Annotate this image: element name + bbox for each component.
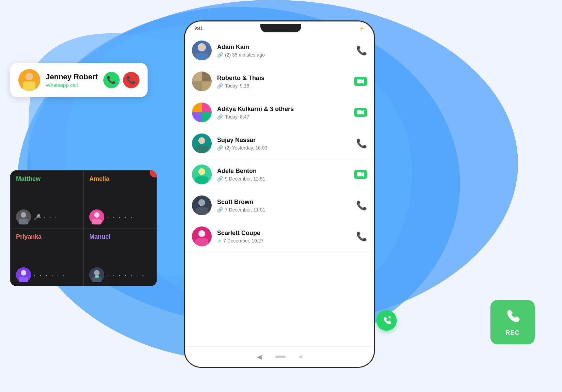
svg-rect-11 [92, 219, 102, 224]
participant-name-manuel: Manuel [89, 233, 151, 240]
svg-marker-27 [362, 110, 364, 115]
call-info-aditya: Aditya Kulkarni & 3 others 🔗 Today, 8:47 [217, 106, 349, 120]
action-adam-kain[interactable]: 📞 [356, 45, 367, 56]
call-item-scarlett[interactable]: Scarlett Coupe ↗ 7 December, 10:27 📞 [185, 221, 374, 252]
rec-badge: REC [490, 300, 535, 344]
avatar-scott [192, 195, 212, 215]
avatar-adele [192, 164, 212, 184]
group-call-panel: Matthew 🎤̶ · · · Amelia [10, 170, 157, 286]
audio-dots-priyanka: · · · · · · [34, 271, 66, 279]
link-icon-2: 🔗 [217, 83, 223, 89]
status-time: 9:41 [195, 26, 202, 31]
participant-thumb-priyanka [16, 267, 31, 282]
svg-rect-4 [23, 81, 35, 91]
participant-thumb-matthew [16, 209, 31, 224]
caller-avatar [18, 69, 40, 91]
caller-avatar-image [18, 69, 40, 91]
name-scott: Scott Brown [217, 199, 351, 206]
call-item-roberto-thais[interactable]: Roberto & Thais 🔗 Today, 9:16 [185, 66, 374, 97]
call-info-scarlett: Scarlett Coupe ↗ 7 December, 10:27 [217, 230, 351, 244]
link-icon: 🔗 [217, 52, 223, 58]
avatar-scarlett [192, 226, 212, 246]
svg-point-32 [198, 168, 205, 175]
action-adele[interactable] [354, 170, 367, 179]
home-indicator[interactable] [275, 356, 286, 358]
call-info-sujay: Sujay Nassar 🔗 (2) Yesterday, 16:03 [217, 137, 351, 151]
name-roberto-thais: Roberto & Thais [217, 75, 349, 82]
group-cell-priyanka: Priyanka · · · · · · [10, 228, 83, 286]
svg-point-5 [27, 74, 32, 79]
call-type: Whatsapp call [46, 82, 98, 88]
call-item-sujay[interactable]: Sujay Nassar 🔗 (2) Yesterday, 16:03 📞 [185, 128, 374, 159]
svg-rect-8 [19, 219, 28, 224]
add-call-fab[interactable] [376, 310, 397, 331]
meta-adele: 🔗 9 December, 12:51 [217, 176, 349, 182]
call-info-adele: Adele Benton 🔗 9 December, 12:51 [217, 168, 349, 182]
meta-roberto-thais: 🔗 Today, 9:16 [217, 83, 349, 89]
status-battery: ⚡ [359, 26, 364, 31]
call-item-aditya[interactable]: Aditya Kulkarni & 3 others 🔗 Today, 8:47 [185, 97, 374, 128]
group-cell-matthew: Matthew 🎤̶ · · · [10, 170, 83, 228]
name-adele: Adele Benton [217, 168, 349, 175]
link-icon-5: 🔗 [217, 176, 223, 182]
svg-rect-34 [357, 172, 362, 176]
svg-marker-35 [362, 172, 364, 177]
svg-point-22 [199, 44, 205, 50]
name-adam-kain: Adam Kain [217, 44, 351, 51]
participant-thumb-amelia [89, 209, 104, 224]
accept-call-button[interactable]: 📞 [103, 72, 120, 88]
audio-dots-matthew: · · · [43, 213, 58, 221]
caller-name: Jenney Robert [46, 73, 98, 81]
phone-bottom-nav: ◀ [185, 346, 374, 367]
call-item-scott[interactable]: Scott Brown 🔗 7 December, 11:01 📞 [185, 190, 374, 221]
call-item-adele[interactable]: Adele Benton 🔗 9 December, 12:51 [185, 159, 374, 190]
svg-point-37 [198, 199, 205, 206]
action-scarlett[interactable]: 📞 [356, 231, 367, 242]
action-scott[interactable]: 📞 [356, 200, 367, 211]
call-info: Jenney Robert Whatsapp call [46, 73, 98, 88]
svg-rect-14 [19, 277, 28, 282]
call-item-adam-kain[interactable]: Adam Kain 🔗 (2) 35 minutes ago 📞 [185, 35, 374, 66]
decline-call-button[interactable]: 📞 [123, 72, 139, 88]
meta-text-roberto-thais: Today, 9:16 [225, 83, 249, 89]
rec-badge-content: REC [504, 308, 521, 336]
outgoing-arrow: ↗ [217, 238, 221, 244]
meta-adam-kain: 🔗 (2) 35 minutes ago [217, 52, 351, 58]
call-info-scott: Scott Brown 🔗 7 December, 11:01 [217, 199, 351, 213]
action-sujay[interactable]: 📞 [356, 138, 367, 149]
svg-point-13 [21, 270, 26, 276]
avatar-sujay [192, 134, 212, 153]
link-icon-6: 🔗 [217, 207, 223, 213]
action-roberto-thais[interactable] [354, 77, 367, 86]
call-info-roberto-thais: Roberto & Thais 🔗 Today, 9:16 [217, 75, 349, 89]
back-nav[interactable]: ◀ [257, 353, 262, 361]
svg-marker-25 [362, 79, 364, 84]
action-aditya[interactable] [354, 108, 367, 117]
call-list: Adam Kain 🔗 (2) 35 minutes ago 📞 Roberto… [185, 35, 374, 346]
incoming-call-notification: Jenney Robert Whatsapp call 📞 📞 [10, 63, 148, 97]
name-sujay: Sujay Nassar [217, 137, 351, 144]
avatar-adam-kain [192, 41, 212, 60]
svg-point-16 [94, 270, 100, 276]
meta-text-adele: 9 December, 12:51 [225, 176, 265, 182]
phone-status-bar: 9:41 ⚡ [185, 21, 374, 35]
svg-rect-38 [195, 207, 208, 215]
svg-rect-41 [195, 238, 208, 246]
audio-dots-manuel: · · · · · · · [107, 271, 145, 279]
recents-nav[interactable] [299, 356, 302, 358]
svg-rect-26 [357, 110, 362, 114]
svg-rect-23 [196, 53, 208, 60]
call-info-adam-kain: Adam Kain 🔗 (2) 35 minutes ago [217, 44, 351, 58]
svg-point-10 [94, 212, 100, 218]
participant-bottom-manuel: · · · · · · · [89, 267, 151, 282]
meta-scarlett: ↗ 7 December, 10:27 [217, 238, 351, 244]
meta-text-aditya: Today, 8:47 [225, 114, 249, 120]
participant-bottom-priyanka: · · · · · · [16, 267, 78, 282]
meta-text-scott: 7 December, 11:01 [225, 207, 265, 213]
participant-name-amelia: Amelia [89, 175, 151, 183]
svg-rect-17 [92, 277, 102, 282]
mic-off-icon-matthew: 🎤̶ [34, 214, 41, 220]
meta-text-adam-kain: (2) 35 minutes ago [225, 52, 265, 58]
meta-text-sujay: (2) Yesterday, 16:03 [225, 145, 267, 151]
participant-name-matthew: Matthew [16, 175, 78, 183]
